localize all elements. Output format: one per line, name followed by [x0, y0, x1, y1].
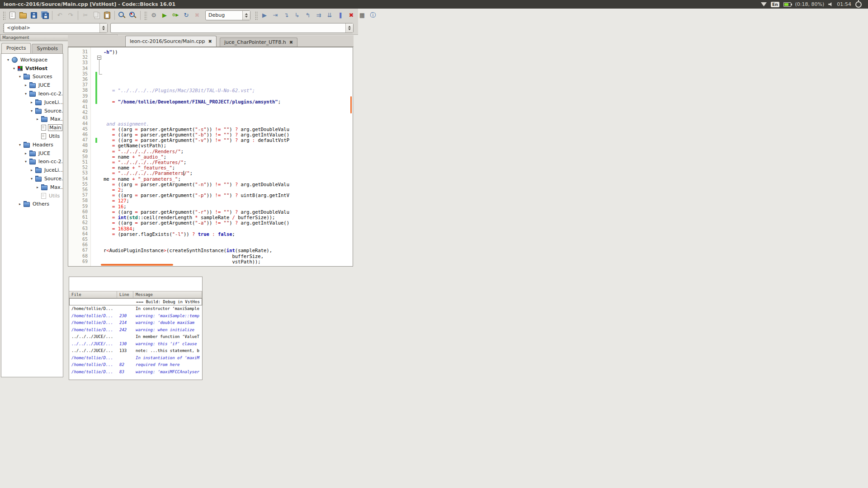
- expander-icon[interactable]: ▸: [34, 117, 41, 121]
- tree-item-source[interactable]: ▾Source...: [1, 107, 63, 115]
- tree-item-headers[interactable]: ▾Headers: [1, 141, 63, 149]
- find-button[interactable]: [117, 10, 127, 20]
- fold-collapse-icon[interactable]: [97, 56, 101, 60]
- step-out-button[interactable]: ↰: [303, 10, 313, 20]
- expander-icon[interactable]: ▾: [17, 143, 23, 147]
- clock-text[interactable]: 01:54: [837, 1, 851, 7]
- tree-item-utils[interactable]: Utils: [1, 132, 63, 141]
- log-row[interactable]: /home/tollie/D...In instantiation of ‘ma…: [69, 354, 202, 361]
- expander-icon[interactable]: ▸: [28, 168, 35, 172]
- log-row[interactable]: ../../../JUCE/...133note: ...this statem…: [69, 347, 202, 355]
- tree-item-juceli[interactable]: ▸JuceLi...: [1, 98, 63, 107]
- tree-item-vsthost[interactable]: ▾VstHost: [1, 64, 63, 73]
- management-tab-projects[interactable]: Projects: [1, 43, 31, 53]
- debugging-windows-button[interactable]: ▦: [357, 10, 367, 20]
- tree-item-main[interactable]: Main: [1, 123, 63, 132]
- save-all-button[interactable]: [40, 10, 50, 20]
- log-column-header-file[interactable]: File: [69, 291, 117, 298]
- paste-button[interactable]: [102, 10, 112, 20]
- log-row[interactable]: /home/tollie/D...In constructor ‘maxiSam…: [69, 305, 202, 313]
- new-file-button[interactable]: [7, 10, 17, 20]
- expander-icon[interactable]: ▾: [23, 92, 29, 96]
- replace-button[interactable]: [128, 10, 138, 20]
- expander-icon[interactable]: ▾: [23, 160, 29, 164]
- code-editor[interactable]: 3132333435363738394041424344454647484950…: [68, 47, 353, 267]
- tree-item-juce[interactable]: ▸JUCE: [1, 149, 63, 158]
- function-select[interactable]: [110, 23, 354, 33]
- battery-icon[interactable]: [783, 2, 791, 7]
- build-and-run-button[interactable]: ⚙▶: [170, 10, 180, 20]
- run-to-cursor-button[interactable]: ⇥: [270, 10, 280, 20]
- vertical-scrollbar-thumb[interactable]: [350, 96, 352, 113]
- expander-icon[interactable]: ▾: [5, 58, 11, 62]
- tree-item-leon-cc-2[interactable]: ▾leon-cc-2...: [1, 158, 63, 166]
- network-indicator-icon[interactable]: [761, 2, 767, 6]
- expander-icon[interactable]: ▸: [17, 202, 23, 206]
- log-row[interactable]: /home/tollie/D...230warning: ‘maxiSample…: [69, 312, 202, 319]
- tree-item-leon-cc-2[interactable]: ▾leon-cc-2...: [1, 89, 63, 98]
- log-row[interactable]: ../../../JUCE/...130warning: this ‘if’ c…: [69, 340, 202, 347]
- expander-icon[interactable]: ▾: [28, 109, 35, 113]
- log-row[interactable]: /home/tollie/D...82required from here: [69, 361, 202, 369]
- run-button[interactable]: ▶: [160, 10, 170, 20]
- expander-icon[interactable]: ▸: [23, 83, 29, 87]
- tree-item-others[interactable]: ▸Others: [1, 200, 63, 209]
- toolbar-gripper[interactable]: [144, 11, 147, 20]
- close-tab-icon[interactable]: ✖: [208, 39, 212, 44]
- combo-arrows-icon[interactable]: [242, 11, 250, 20]
- tree-item-utils[interactable]: Utils: [1, 192, 63, 200]
- build-button[interactable]: ⚙: [149, 10, 159, 20]
- combo-arrows-icon[interactable]: [345, 23, 353, 33]
- tree-item-max[interactable]: ▸Max...: [1, 115, 63, 124]
- rebuild-button[interactable]: ↻: [181, 10, 191, 20]
- save-button[interactable]: [29, 10, 39, 20]
- log-row[interactable]: /home/tollie/D...242warning: when initia…: [69, 326, 202, 333]
- close-tab-icon[interactable]: ✖: [289, 40, 293, 45]
- expander-icon[interactable]: ▾: [28, 177, 35, 181]
- expander-icon[interactable]: ▸: [28, 100, 35, 104]
- tree-item-juceli[interactable]: ▸JuceLi...: [1, 166, 63, 174]
- tree-item-source[interactable]: ▾Source...: [1, 174, 63, 183]
- debug-continue-button[interactable]: ▶: [259, 10, 269, 20]
- undo-button[interactable]: ↶: [55, 10, 65, 20]
- open-file-button[interactable]: [18, 10, 28, 20]
- copy-button[interactable]: [91, 10, 101, 20]
- log-row[interactable]: /home/tollie/D...214warning: ‘double max…: [69, 319, 202, 327]
- log-row[interactable]: /home/tollie/D...83warning: ‘maxiMFCCAna…: [69, 368, 202, 375]
- tree-item-juce[interactable]: ▸JUCE: [1, 81, 63, 89]
- various-info-button[interactable]: ⓘ: [368, 10, 378, 20]
- toolbar-gripper[interactable]: [255, 11, 258, 20]
- redo-button[interactable]: ↷: [66, 10, 75, 20]
- log-column-header-line[interactable]: Line: [117, 291, 133, 298]
- cut-button[interactable]: ✂: [80, 10, 90, 20]
- expander-icon[interactable]: ▾: [17, 75, 23, 79]
- scope-select[interactable]: <global>: [4, 23, 108, 33]
- tree-item-workspace[interactable]: ▾Workspace: [1, 56, 63, 64]
- abort-build-button[interactable]: ✖: [192, 10, 202, 20]
- log-row[interactable]: === Build: Debug in VstHos: [69, 298, 202, 305]
- expander-icon[interactable]: ▸: [34, 185, 41, 189]
- session-menu-icon[interactable]: [855, 1, 862, 8]
- next-instruction-button[interactable]: ⇉: [314, 10, 324, 20]
- break-debugger-button[interactable]: ‖: [335, 10, 345, 20]
- toolbar-gripper[interactable]: [2, 11, 5, 20]
- volume-icon[interactable]: [828, 2, 833, 7]
- management-tab-symbols[interactable]: Symbols: [32, 44, 63, 53]
- combo-arrows-icon[interactable]: [99, 23, 107, 33]
- stop-debugger-button[interactable]: ✖: [346, 10, 356, 20]
- editor-tab[interactable]: juce_CharPointer_UTF8.h✖: [220, 38, 297, 47]
- next-line-button[interactable]: ↴: [281, 10, 291, 20]
- log-row[interactable]: ../../../JUCE/...In member function ‘Val…: [69, 333, 202, 341]
- projects-tree[interactable]: ▾Workspace▾VstHost▾Sources▸JUCE▾leon-cc-…: [1, 53, 63, 377]
- step-into-instruction-button[interactable]: ⇊: [325, 10, 335, 20]
- build-target-select[interactable]: Debug: [205, 10, 250, 20]
- code-text-area[interactable]: -h")) = "../../../../Plugins/Mac/32Bit/T…: [104, 47, 352, 266]
- tree-item-max[interactable]: ▸Max...: [1, 183, 63, 192]
- tree-item-sources[interactable]: ▾Sources: [1, 73, 63, 81]
- step-into-button[interactable]: ↳: [292, 10, 302, 20]
- editor-tab[interactable]: leon-cc-2016/Source/Main.cpp✖: [125, 36, 217, 47]
- expander-icon[interactable]: ▸: [23, 151, 29, 155]
- log-column-header-message[interactable]: Message: [133, 291, 202, 298]
- keyboard-layout-indicator[interactable]: En: [771, 2, 779, 7]
- horizontal-scrollbar-thumb[interactable]: [101, 264, 173, 266]
